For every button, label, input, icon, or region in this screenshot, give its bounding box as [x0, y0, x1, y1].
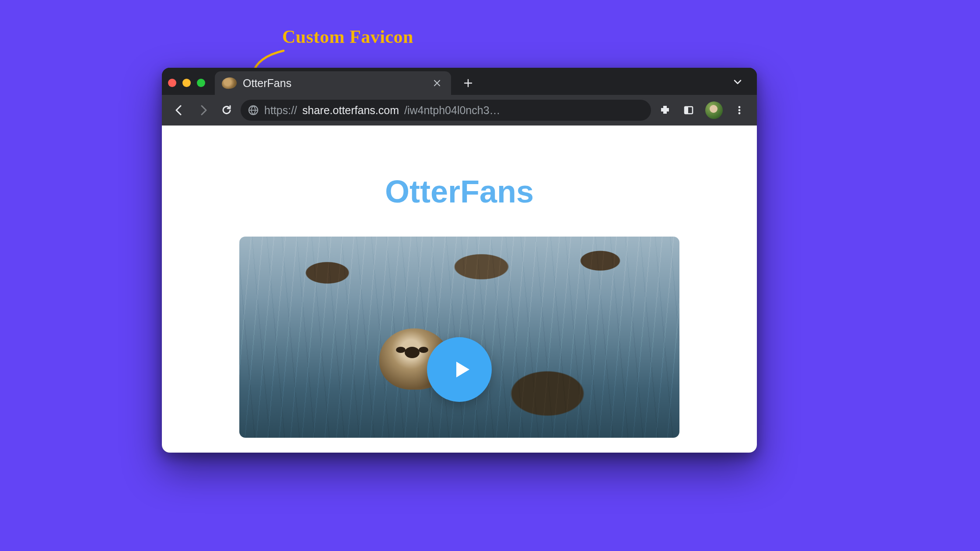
minimize-window-button[interactable]: [182, 79, 191, 87]
tab-strip: OtterFans: [162, 68, 757, 95]
annotation-custom-favicon: Custom Favicon: [282, 26, 413, 47]
browser-menu-button[interactable]: [730, 101, 749, 120]
browser-window: OtterFans https://share.otterfans.com/iw: [162, 68, 757, 453]
extensions-button[interactable]: [655, 101, 675, 120]
address-bar[interactable]: https://share.otterfans.com/iw4ntph04l0n…: [241, 100, 651, 121]
tab-list-button[interactable]: [731, 75, 745, 89]
close-window-button[interactable]: [168, 79, 176, 87]
video-thumbnail[interactable]: [239, 237, 679, 438]
svg-point-3: [738, 106, 741, 108]
forward-button[interactable]: [193, 101, 213, 120]
tab-title: OtterFans: [243, 77, 425, 90]
close-tab-button[interactable]: [431, 77, 443, 89]
maximize-window-button[interactable]: [197, 79, 205, 87]
url-path: /iw4ntph04l0nch3…: [404, 104, 500, 117]
favicon-icon: [221, 77, 237, 90]
page-content: OtterFans: [162, 126, 757, 453]
window-controls: [168, 79, 205, 87]
svg-point-5: [738, 112, 741, 115]
browser-tab[interactable]: OtterFans: [215, 71, 451, 95]
back-button[interactable]: [170, 101, 189, 120]
side-panel-button[interactable]: [679, 101, 698, 120]
profile-avatar[interactable]: [705, 101, 723, 119]
reload-button[interactable]: [217, 101, 236, 120]
url-host: share.otterfans.com: [302, 104, 399, 117]
browser-toolbar: https://share.otterfans.com/iw4ntph04l0n…: [162, 95, 757, 126]
play-icon: [449, 357, 474, 382]
svg-rect-2: [685, 107, 688, 114]
svg-point-4: [738, 109, 741, 112]
play-button[interactable]: [427, 337, 492, 402]
new-tab-button[interactable]: [459, 74, 477, 92]
site-info-icon[interactable]: [248, 105, 259, 116]
page-heading: OtterFans: [385, 174, 534, 209]
url-scheme: https://: [264, 104, 297, 117]
